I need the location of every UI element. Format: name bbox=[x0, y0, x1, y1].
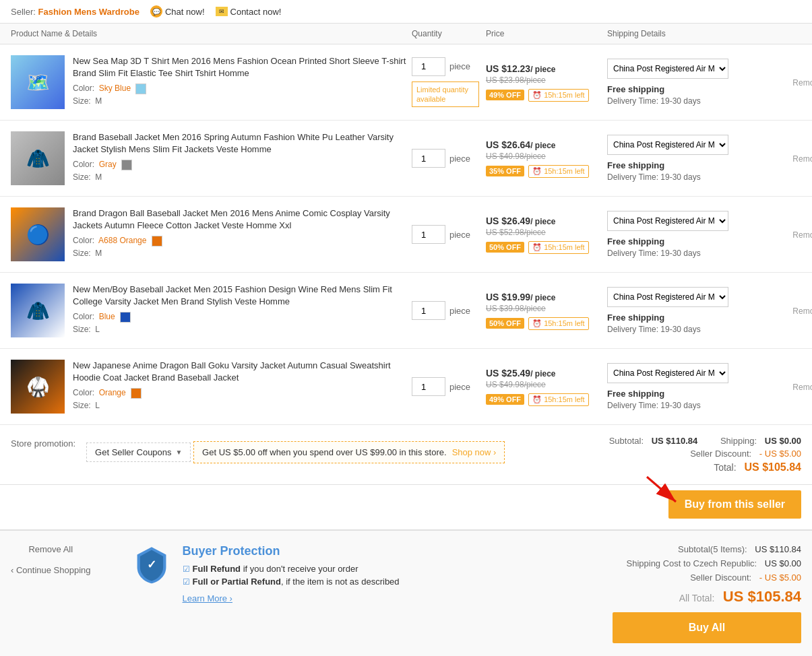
product-color-3: Color: A688 Orange bbox=[73, 236, 412, 247]
off-badge-4: 50% OFF bbox=[486, 318, 524, 329]
qty-unit-2: piece bbox=[449, 154, 470, 164]
remove-button-5[interactable]: Remove bbox=[792, 383, 812, 392]
product-link-5[interactable]: New Japanese Anime Dragon Ball Goku Vars… bbox=[73, 360, 391, 383]
shipping-cell-4: China Post Registered Air MailePacketChi… bbox=[607, 287, 776, 334]
learn-more-link[interactable]: Learn More › bbox=[183, 593, 232, 603]
shipping-select-2[interactable]: China Post Registered Air MailePacketChi… bbox=[607, 135, 728, 155]
qty-cell-1: piece Limited quantity available bbox=[412, 57, 486, 108]
price-cell-2: US $26.64/ piece US $40.98/piece 35% OFF… bbox=[486, 139, 607, 178]
shield-icon: ✓ bbox=[131, 544, 172, 585]
free-shipping-1: Free shipping bbox=[607, 84, 776, 94]
total-row: Total: US $105.84 bbox=[609, 461, 801, 473]
product-cell-3: 🔵 Brand Dragon Ball Baseball Jacket Men … bbox=[11, 207, 412, 261]
col-quantity: Quantity bbox=[412, 29, 486, 38]
off-badge-5: 49% OFF bbox=[486, 394, 524, 405]
remove-button-3[interactable]: Remove bbox=[792, 230, 812, 240]
col-product: Product Name & Details bbox=[11, 29, 412, 38]
product-color-5: Color: Orange bbox=[73, 388, 412, 399]
product-info-1: New Sea Map 3D T Shirt Men 2016 Mens Fas… bbox=[73, 55, 412, 106]
price-current-4: US $19.99/ piece bbox=[486, 292, 607, 302]
price-current-2: US $26.64/ piece bbox=[486, 139, 607, 150]
bottom-section: Remove All ‹ Continue Shopping ✓ Buyer P… bbox=[0, 529, 812, 656]
subtotal-row: Subtotal: US $110.84 Shipping: US $0.00 bbox=[609, 436, 801, 446]
product-info-3: Brand Dragon Ball Baseball Jacket Men 20… bbox=[73, 207, 412, 258]
color-swatch-4 bbox=[120, 312, 131, 323]
shipping-cell-5: China Post Registered Air MailePacketChi… bbox=[607, 363, 776, 410]
product-link-4[interactable]: New Men/Boy Baseball Jacket Men 2015 Fas… bbox=[73, 284, 392, 306]
bt-shipping-row: Shipping Cost to Czech Republic: US $0.0… bbox=[613, 558, 801, 568]
store-promotion: Store promotion: Get Seller Coupons ▼ Ge… bbox=[0, 425, 812, 485]
discount-badge-5: 49% OFF ⏰ 15h:15m left bbox=[486, 393, 589, 406]
product-title-2: Brand Baseball Jacket Men 2016 Spring Au… bbox=[73, 131, 412, 156]
remove-cell-4: Remove bbox=[776, 306, 812, 316]
shipping-select-4[interactable]: China Post Registered Air MailePacketChi… bbox=[607, 287, 728, 307]
bt-subtotal-row: Subtotal(5 Items): US $110.84 bbox=[613, 544, 801, 554]
shipping-select-3[interactable]: China Post Registered Air MailePacketChi… bbox=[607, 211, 728, 231]
product-size-2: Size: M bbox=[73, 172, 412, 182]
product-cell-2: 🧥 Brand Baseball Jacket Men 2016 Spring … bbox=[11, 131, 412, 185]
qty-cell-3: piece bbox=[412, 225, 486, 244]
off-badge-3: 50% OFF bbox=[486, 242, 524, 253]
product-info-2: Brand Baseball Jacket Men 2016 Spring Au… bbox=[73, 131, 412, 182]
buyer-protection: ✓ Buyer Protection ☑ Full Refund if you … bbox=[104, 544, 599, 643]
time-badge-3: ⏰ 15h:15m left bbox=[528, 241, 589, 254]
product-color-2: Color: Gray bbox=[73, 160, 412, 170]
qty-input-4[interactable] bbox=[412, 301, 445, 320]
remove-all-button[interactable]: Remove All bbox=[11, 544, 91, 554]
shipping-select-1[interactable]: China Post Registered Air MailePacketChi… bbox=[607, 59, 728, 79]
time-badge-1: ⏰ 15h:15m left bbox=[528, 89, 589, 102]
product-link-2[interactable]: Brand Baseball Jacket Men 2016 Spring Au… bbox=[73, 132, 394, 154]
shipping-select-5[interactable]: China Post Registered Air MailePacketChi… bbox=[607, 363, 728, 383]
product-cell-5: 🥋 New Japanese Anime Dragon Ball Goku Va… bbox=[11, 360, 412, 414]
product-cell-1: 🗺️ New Sea Map 3D T Shirt Men 2016 Mens … bbox=[11, 55, 412, 109]
remove-button-1[interactable]: Remove bbox=[792, 78, 812, 88]
svg-line-1 bbox=[647, 477, 676, 502]
product-size-3: Size: M bbox=[73, 249, 412, 258]
buy-from-seller-button[interactable]: Buy from this seller bbox=[668, 490, 801, 519]
discount-badge-3: 50% OFF ⏰ 15h:15m left bbox=[486, 241, 589, 254]
product-image-5: 🥋 bbox=[11, 360, 65, 414]
free-shipping-5: Free shipping bbox=[607, 389, 776, 399]
column-headers: Product Name & Details Quantity Price Sh… bbox=[0, 24, 812, 44]
product-link-1[interactable]: New Sea Map 3D T Shirt Men 2016 Mens Fas… bbox=[73, 56, 406, 78]
check-icon-2: ☑ bbox=[183, 577, 190, 587]
contact-button[interactable]: ✉ Contact now! bbox=[216, 7, 282, 17]
shop-now-link[interactable]: Shop now › bbox=[452, 447, 497, 457]
get-coupons-button[interactable]: Get Seller Coupons ▼ bbox=[86, 442, 191, 462]
shipping-cell-2: China Post Registered Air MailePacketChi… bbox=[607, 135, 776, 182]
qty-input-5[interactable] bbox=[412, 377, 445, 396]
email-icon: ✉ bbox=[216, 7, 228, 16]
seller-name: Fashion Mens Wardrobe bbox=[38, 7, 139, 17]
chat-button[interactable]: 💬 Chat now! bbox=[150, 5, 205, 18]
bt-all-total-row: All Total: US $105.84 bbox=[613, 588, 801, 605]
cart-items: 🗺️ New Sea Map 3D T Shirt Men 2016 Mens … bbox=[0, 44, 812, 425]
delivery-time-4: Delivery Time: 19-30 days bbox=[607, 325, 776, 334]
product-size-4: Size: L bbox=[73, 325, 412, 334]
price-current-1: US $12.23/ piece bbox=[486, 63, 607, 74]
remove-cell-3: Remove bbox=[776, 230, 812, 240]
product-title-4: New Men/Boy Baseball Jacket Men 2015 Fas… bbox=[73, 284, 412, 308]
continue-shopping-link[interactable]: ‹ Continue Shopping bbox=[11, 565, 91, 575]
delivery-time-1: Delivery Time: 19-30 days bbox=[607, 96, 776, 106]
col-shipping: Shipping Details bbox=[607, 29, 776, 38]
qty-input-3[interactable] bbox=[412, 225, 445, 244]
time-badge-5: ⏰ 15h:15m left bbox=[528, 393, 589, 406]
qty-unit-3: piece bbox=[449, 230, 470, 240]
price-cell-5: US $25.49/ piece US $49.98/piece 49% OFF… bbox=[486, 368, 607, 406]
product-link-3[interactable]: Brand Dragon Ball Baseball Jacket Men 20… bbox=[73, 208, 390, 230]
remove-button-4[interactable]: Remove bbox=[792, 306, 812, 316]
qty-input-1[interactable] bbox=[412, 57, 445, 76]
discount-badge-1: 49% OFF ⏰ 15h:15m left bbox=[486, 89, 589, 102]
qty-input-2[interactable] bbox=[412, 149, 445, 168]
col-action bbox=[776, 29, 812, 38]
product-info-5: New Japanese Anime Dragon Ball Goku Vars… bbox=[73, 360, 412, 410]
bp-item-2: ☑ Full or Partial Refund, if the item is… bbox=[183, 577, 400, 587]
remove-cell-2: Remove bbox=[776, 154, 812, 164]
time-badge-2: ⏰ 15h:15m left bbox=[528, 165, 589, 178]
buy-all-button[interactable]: Buy All bbox=[613, 612, 801, 643]
price-original-4: US $39.98/piece bbox=[486, 304, 607, 313]
subtotal-side: Subtotal: US $110.84 Shipping: US $0.00 … bbox=[609, 436, 801, 473]
qty-cell-2: piece bbox=[412, 149, 486, 168]
remove-button-2[interactable]: Remove bbox=[792, 154, 812, 164]
qty-unit-1: piece bbox=[449, 61, 470, 71]
